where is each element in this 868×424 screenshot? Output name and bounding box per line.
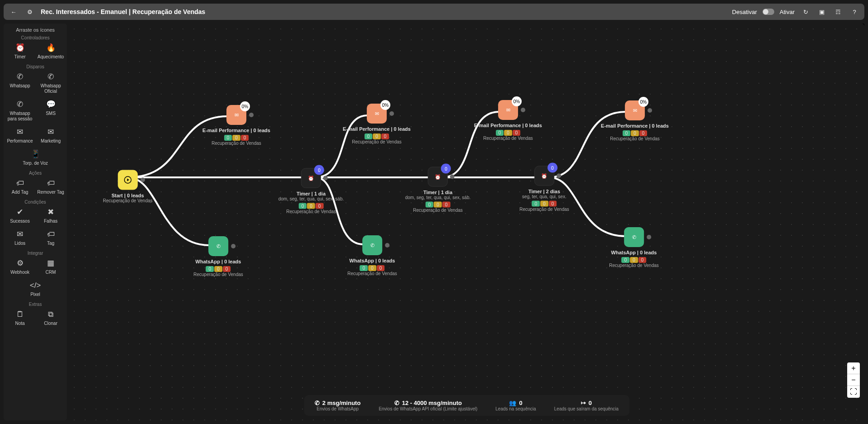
tool-sucessos[interactable]: ✔Sucessos <box>5 207 34 224</box>
mail-open-icon: ✉ <box>46 127 56 137</box>
users-icon: 👥 <box>509 400 516 406</box>
clone-icon: ⧉ <box>46 310 56 319</box>
port-out[interactable] <box>647 108 652 113</box>
port-out[interactable] <box>521 108 525 112</box>
node-email-2[interactable]: ✉ 0% E-mail Performance | 0 leads 000 Re… <box>343 104 411 144</box>
tool-whatsapp-sessao[interactable]: ✆Whatsapp para sessão <box>5 100 34 122</box>
stat-whatsapp-api-sends: ✆12 - 4000 msg/minuto Envios de WhatsApp… <box>379 400 477 411</box>
back-icon[interactable]: ← <box>8 6 19 17</box>
tool-clonar[interactable]: ⧉Clonar <box>36 310 65 326</box>
gear-icon[interactable]: ⚙ <box>24 6 35 17</box>
whatsapp-icon: ✆ <box>362 235 382 255</box>
tool-torp-voz[interactable]: 📱Torp. de Voz <box>21 149 50 166</box>
whatsapp-official-icon: ✆ <box>46 72 56 82</box>
tag-icon: 🏷 <box>46 229 56 239</box>
note-icon: 🗒 <box>15 310 25 319</box>
port-out[interactable] <box>385 243 389 248</box>
whatsapp-icon: ✆ <box>624 227 644 247</box>
tool-performance[interactable]: ✉Performance <box>5 127 34 144</box>
section-conditions: Condições <box>5 200 66 205</box>
tool-whatsapp-oficial[interactable]: ✆Whatsapp Oficial <box>36 72 65 94</box>
port-out[interactable] <box>323 176 328 181</box>
tool-timer[interactable]: ⏰Timer <box>5 43 34 60</box>
whatsapp-icon: ✆ <box>208 236 228 256</box>
tool-falhas[interactable]: ✖Falhas <box>36 207 65 224</box>
refresh-icon[interactable]: ↻ <box>800 6 811 17</box>
search-icon[interactable]: ☶ <box>833 6 844 17</box>
flow-canvas[interactable]: Start | 0 leads Recuperação de Vendas ✉ … <box>69 24 864 420</box>
node-email-4[interactable]: ✉ 0% E-mail Performance | 0 leads 000 Re… <box>601 100 669 141</box>
whatsapp-official-icon: ✆ <box>394 400 399 406</box>
tool-webhook[interactable]: ⚙Webhook <box>5 258 34 275</box>
zoom-controls: + − ⛶ <box>847 362 860 398</box>
sidebar: Arraste os ícones Controladores ⏰Timer 🔥… <box>4 24 67 420</box>
mail-icon: ✉ 0% <box>625 100 645 120</box>
port-out[interactable] <box>140 178 145 182</box>
tool-crm[interactable]: ▦CRM <box>36 258 65 275</box>
tool-remove-tag[interactable]: 🏷Remover Tag <box>36 178 65 195</box>
tool-add-tag[interactable]: 🏷Add Tag <box>5 178 34 195</box>
deactivate-label: Desativar <box>732 9 757 15</box>
zoom-out-button[interactable]: − <box>847 374 860 386</box>
node-title: E-mail Performance | 0 leads <box>601 123 669 129</box>
tag-minus-icon: 🏷 <box>46 178 56 188</box>
port-out[interactable] <box>450 175 455 179</box>
node-title: WhatsApp | 0 leads <box>347 258 397 263</box>
mail-icon: ✉ 0% <box>367 104 387 124</box>
footer-stats: ✆2 msg/minuto Envios de WhatsApp ✆12 - 4… <box>304 395 629 416</box>
node-whatsapp-3[interactable]: ✆ WhatsApp | 0 leads 000 Recuperação de … <box>609 227 659 268</box>
mail-icon: ✉ 0% <box>226 105 246 125</box>
node-email-3[interactable]: ✉ 0% E-mail Performance | 0 leads 000 Re… <box>474 100 542 141</box>
sidebar-hint: Arraste os ícones <box>5 26 66 33</box>
tool-nota[interactable]: 🗒Nota <box>5 310 34 326</box>
node-timer-1[interactable]: ⏰ 0 Timer | 1 dia dom, seg, ter, qua, qu… <box>278 168 344 214</box>
map-icon[interactable]: ▣ <box>816 6 827 17</box>
phone-icon: 📱 <box>30 149 40 159</box>
section-extras: Extras <box>5 302 66 307</box>
node-tag: Recuperação de Vendas <box>343 139 411 144</box>
zoom-fit-button[interactable]: ⛶ <box>847 386 860 398</box>
section-dispatches: Disparos <box>5 64 66 69</box>
tag-plus-icon: 🏷 <box>15 178 25 188</box>
tool-tag[interactable]: 🏷Tag <box>36 229 65 246</box>
node-title: E-mail Performance | 0 leads <box>343 126 411 132</box>
whatsapp-icon: ✆ <box>315 400 320 406</box>
x-circle-icon: ✖ <box>46 207 56 217</box>
port-out[interactable] <box>647 235 651 239</box>
whatsapp-session-icon: ✆ <box>15 100 25 110</box>
node-timer-2[interactable]: ⏰ 0 Timer | 1 dia dom, seg, ter, qua, qu… <box>405 167 471 213</box>
node-stats: 000 <box>519 201 569 207</box>
node-tag: Recuperação de Vendas <box>474 136 542 141</box>
port-out[interactable] <box>249 113 254 117</box>
tool-aquecimento[interactable]: 🔥Aquecimento <box>36 43 65 60</box>
tool-marketing[interactable]: ✉Marketing <box>36 127 65 144</box>
node-timer-3[interactable]: ⏰ 0 Timer | 2 dias seg, ter, qua, qui, s… <box>519 166 569 212</box>
node-whatsapp-1[interactable]: ✆ WhatsApp | 0 leads 000 Recuperação de … <box>193 236 243 277</box>
tool-whatsapp[interactable]: ✆Whatsapp <box>5 72 34 94</box>
percent-badge: 0% <box>380 100 390 110</box>
stat-leads-exited: ↦0 Leads que saíram da sequência <box>554 400 619 411</box>
percent-badge: 0% <box>638 97 648 107</box>
fire-icon: 🔥 <box>46 43 56 53</box>
node-title: WhatsApp | 0 leads <box>193 259 243 264</box>
port-out[interactable] <box>389 111 394 116</box>
port-out[interactable] <box>231 244 235 248</box>
page-title: Rec. Interessados - Emanuel | Recuperaçã… <box>41 8 205 15</box>
node-tag: Recuperação de Vendas <box>609 263 659 268</box>
node-stats: 000 <box>474 130 542 136</box>
alarm-icon: ⏰ 0 <box>534 166 554 186</box>
node-whatsapp-2[interactable]: ✆ WhatsApp | 0 leads 000 Recuperação de … <box>347 235 397 276</box>
tool-sms[interactable]: 💬SMS <box>36 100 65 122</box>
section-integrate: Integrar <box>5 251 66 256</box>
node-tag: Recuperação de Vendas <box>193 272 243 277</box>
port-out[interactable] <box>556 174 561 178</box>
node-start[interactable]: Start | 0 leads Recuperação de Vendas <box>103 170 153 203</box>
node-tag: Recuperação de Vendas <box>519 207 569 212</box>
zoom-in-button[interactable]: + <box>847 362 860 374</box>
node-days: seg, ter, qua, qui, sex. <box>519 194 569 199</box>
help-icon[interactable]: ? <box>849 6 860 17</box>
tool-lidos[interactable]: ✉Lidos <box>5 229 34 246</box>
tool-pixel[interactable]: </>Pixel <box>21 281 50 297</box>
node-email-1[interactable]: ✉ 0% E-mail Performance | 0 leads 000 Re… <box>202 105 270 146</box>
activate-toggle[interactable] <box>762 9 774 15</box>
